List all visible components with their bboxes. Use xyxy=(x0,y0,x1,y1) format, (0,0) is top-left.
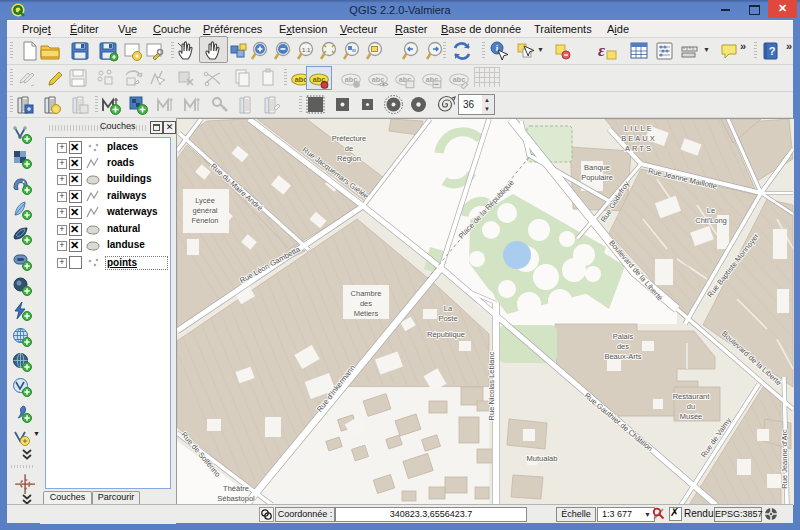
svg-text:ε: ε xyxy=(598,41,605,60)
svg-text:La: La xyxy=(444,304,453,313)
svg-text:de: de xyxy=(345,144,353,153)
svg-text:Poste: Poste xyxy=(438,314,457,323)
svg-text:LILLE: LILLE xyxy=(624,124,654,133)
svg-text:Théâtre: Théâtre xyxy=(223,484,249,493)
svg-text:des: des xyxy=(617,342,629,351)
svg-text:Mutualab: Mutualab xyxy=(527,454,558,463)
svg-text:Populaire: Populaire xyxy=(581,173,613,182)
svg-text:Lycée: Lycée xyxy=(195,196,215,205)
svg-text:général: général xyxy=(192,206,217,215)
svg-text:1:1: 1:1 xyxy=(302,47,311,53)
svg-text:Beaux-Arts: Beaux-Arts xyxy=(604,352,641,361)
svg-text:Région: Région xyxy=(337,154,361,163)
svg-text:Rue Nicolas Leblanc: Rue Nicolas Leblanc xyxy=(487,351,496,420)
svg-text:Le: Le xyxy=(707,206,715,215)
svg-text:Fénelon: Fénelon xyxy=(191,216,218,225)
svg-text:Chti'Long: Chti'Long xyxy=(695,216,726,225)
svg-text:ARTS: ARTS xyxy=(625,144,653,153)
svg-text:abc: abc xyxy=(453,76,465,84)
svg-text:?: ? xyxy=(769,45,776,57)
svg-text:Métiers: Métiers xyxy=(354,309,379,318)
svg-text:Restaurant: Restaurant xyxy=(673,392,711,401)
svg-text:Palais: Palais xyxy=(613,332,634,341)
svg-text:Préfecture: Préfecture xyxy=(332,134,367,143)
svg-text:Banque: Banque xyxy=(584,163,610,172)
svg-text:Sébastopol: Sébastopol xyxy=(217,494,255,503)
svg-text:Chambre: Chambre xyxy=(351,289,382,298)
svg-text:République: République xyxy=(427,330,465,339)
svg-text:BEAUX: BEAUX xyxy=(621,134,656,143)
svg-text:Rue Jeanne d'Arc: Rue Jeanne d'Arc xyxy=(780,429,789,489)
svg-text:des: des xyxy=(360,299,372,308)
svg-text:Musée: Musée xyxy=(680,412,703,421)
svg-text:du: du xyxy=(687,402,695,411)
